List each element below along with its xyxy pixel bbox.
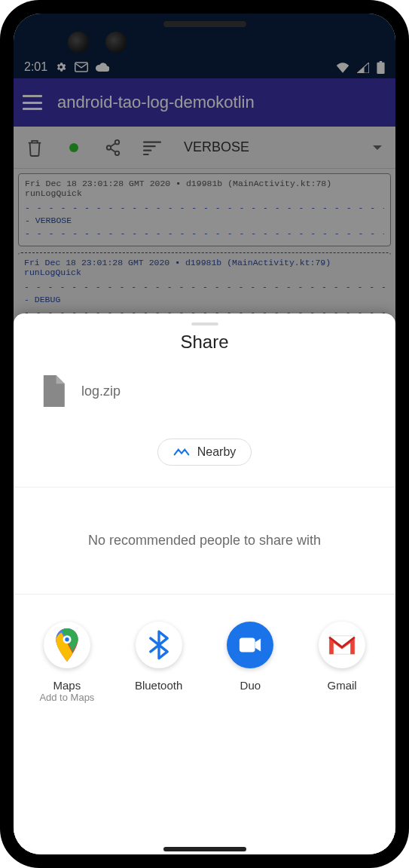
share-file-name: log.zip	[81, 384, 121, 399]
share-sheet: Share log.zip Nearby No recommended peop…	[14, 313, 395, 854]
share-target-bluetooth[interactable]: Bluetooth	[118, 622, 200, 703]
app-label: Duo	[240, 679, 261, 692]
duo-icon	[227, 622, 273, 668]
gmail-icon	[319, 622, 365, 668]
drag-handle[interactable]	[191, 322, 218, 326]
share-target-maps[interactable]: Maps Add to Maps	[26, 622, 108, 703]
no-recommendations-text: No recommended people to share with	[14, 487, 395, 594]
share-file-row: log.zip	[14, 369, 395, 428]
share-title: Share	[14, 332, 395, 353]
nearby-label: Nearby	[197, 445, 237, 459]
app-sublabel: Add to Maps	[39, 692, 94, 703]
share-target-duo[interactable]: Duo	[209, 622, 291, 703]
bluetooth-icon	[136, 622, 182, 668]
file-icon	[39, 375, 65, 407]
app-label: Maps	[53, 679, 81, 692]
share-target-gmail[interactable]: Gmail	[301, 622, 383, 703]
svg-rect-9	[240, 638, 255, 653]
app-label: Bluetooth	[135, 679, 182, 692]
maps-icon	[44, 622, 90, 668]
nearby-icon	[173, 447, 190, 457]
svg-point-8	[65, 637, 69, 642]
app-label: Gmail	[328, 679, 357, 692]
share-app-grid: Maps Add to Maps Bluetooth Duo	[14, 594, 395, 714]
nearby-share-button[interactable]: Nearby	[157, 439, 252, 466]
